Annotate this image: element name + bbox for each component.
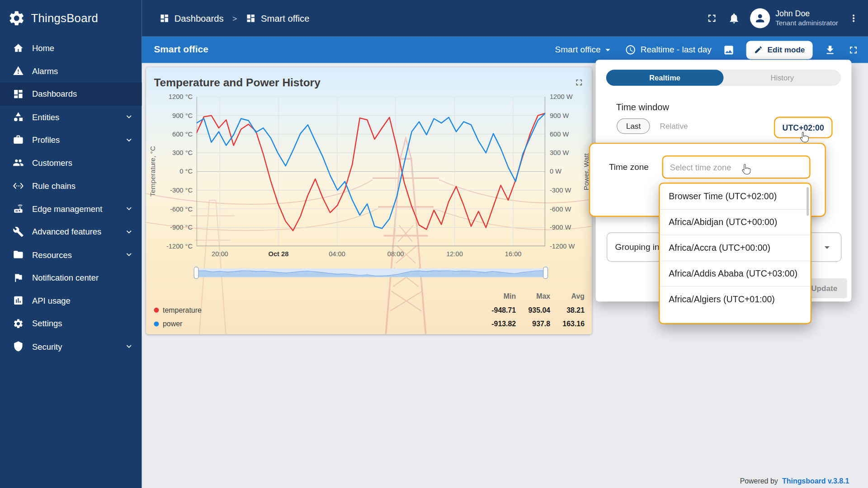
tab-realtime[interactable]: Realtime [606,70,724,86]
legend-stat-header: Max [516,292,550,300]
y-axis-tick: 300 °C [162,149,193,157]
sidebar-item-home[interactable]: Home [0,37,142,60]
y-axis-tick: -300 °C [162,186,193,194]
y-axis-tick: 600 °C [162,130,193,138]
sidebar-item-label: Entities [32,112,124,122]
y-axis-tick: -600 °C [162,205,193,213]
pencil-icon [754,45,763,54]
breadcrumb-smart-office[interactable]: Smart office [261,13,309,23]
logo[interactable]: ThingsBoard [0,0,142,37]
series-color-dot [154,308,159,313]
sidebar-item-security[interactable]: Security [0,335,142,358]
stat-max: 935.04 [516,306,550,314]
slider-preview-chart [198,268,544,277]
last-chip[interactable]: Last [617,118,650,134]
dashboard-toolbar: Smart office Smart office Realtime - las… [142,37,868,63]
stat-min: -948.71 [465,306,516,314]
legend-stat-header: Min [465,292,516,300]
x-axis: 20:00Oct 2804:0008:0012:0016:00 [197,250,545,259]
briefcase-icon [12,134,24,146]
folder-icon [12,249,24,261]
avatar [750,8,770,28]
scrollbar-thumb[interactable] [807,187,809,216]
timezone-option[interactable]: Africa/Abidjan (UTC+00:00) [660,209,811,235]
slider-handle-right[interactable] [543,267,548,279]
fullscreen-icon[interactable] [848,44,859,56]
sidebar-item-label: Dashboards [32,89,134,99]
slider-track[interactable] [198,268,544,277]
breadcrumb-separator: > [232,14,237,23]
flag-icon [12,272,24,284]
fullscreen-icon[interactable] [706,12,718,24]
timezone-option[interactable]: Africa/Accra (UTC+00:00) [660,235,811,260]
legend-series-power[interactable]: power [154,320,465,328]
user-menu[interactable]: John Doe Tenant administrator [750,8,838,28]
image-icon[interactable] [723,44,735,56]
sidebar-item-advanced-features[interactable]: Advanced features [0,220,142,243]
relative-chip[interactable]: Relative [660,118,688,134]
sidebar-item-profiles[interactable]: Profiles [0,128,142,151]
sidebar-item-rule-chains[interactable]: Rule chains [0,174,142,197]
sidebar-item-alarms[interactable]: Alarms [0,60,142,83]
sidebar-item-label: Rule chains [32,181,134,191]
download-icon[interactable] [824,44,836,56]
timezone-option[interactable]: Africa/Addis Ababa (UTC+03:00) [660,260,811,286]
stat-min: -913.82 [465,320,516,328]
y-axis-tick: -900 W [550,224,571,231]
sidebar-item-settings[interactable]: Settings [0,312,142,335]
sidebar-nav: HomeAlarmsDashboardsEntitiesProfilesCust… [0,37,142,358]
breadcrumb-dashboards[interactable]: Dashboards [175,13,224,23]
sidebar: ThingsBoard HomeAlarmsDashboardsEntities… [0,0,142,488]
y-axis-tick: 600 W [550,130,569,138]
dashboard-title: Smart office [154,44,208,55]
sidebar-item-api-usage[interactable]: API usage [0,289,142,312]
kebab-menu-icon[interactable] [848,13,859,23]
timezone-option[interactable]: Browser Time (UTC+02:00) [660,184,811,209]
time-range-slider[interactable] [194,267,548,279]
sidebar-item-notification-center[interactable]: Notification center [0,266,142,289]
y-axis-tick: -600 W [550,205,571,213]
series-color-dot [154,321,159,326]
timezone-button[interactable]: UTC+02:00 [774,117,833,138]
app-root: ThingsBoard HomeAlarmsDashboardsEntities… [0,0,868,488]
slider-handle-left[interactable] [194,267,199,279]
chart-widget: Temperature and Power History Temperatur… [146,67,592,334]
alarm-warning-icon [12,65,24,77]
timezone-option[interactable]: Africa/Algiers (UTC+01:00) [660,286,811,312]
timezone-dropdown: Browser Time (UTC+02:00)Africa/Abidjan (… [659,183,811,324]
tab-history[interactable]: History [723,70,841,86]
shield-icon [12,340,24,352]
legend-series-temperature[interactable]: temperature [154,306,465,314]
sidebar-item-entities[interactable]: Entities [0,105,142,128]
sidebar-item-customers[interactable]: Customers [0,151,142,174]
sidebar-item-resources[interactable]: Resources [0,243,142,266]
time-window-label: Time window [616,102,669,112]
stat-max: 937.8 [516,320,550,328]
dashboard-state-select[interactable]: Smart office [555,44,613,55]
user-info: John Doe Tenant administrator [775,8,838,28]
sidebar-item-label: Home [32,43,134,53]
stat-avg: 163.16 [550,320,585,328]
legend-row: temperature-948.71935.0438.21 [154,303,585,317]
notifications-bell-icon[interactable] [728,12,740,24]
toolbar-actions: Smart office Realtime - last day Edit mo… [555,41,859,59]
widget-expand-icon[interactable] [574,77,584,87]
sidebar-item-label: Security [32,342,124,351]
y-axis-tick: 1200 °C [162,93,193,101]
timewindow-button[interactable]: Realtime - last day [625,44,711,55]
timewindow-tabs: Realtime History [606,70,841,86]
y-axis-tick: 1200 W [550,93,573,101]
user-name: John Doe [775,8,838,19]
sidebar-item-edge-management[interactable]: Edge management [0,197,142,221]
edit-mode-button[interactable]: Edit mode [746,41,813,59]
dashboards-grid-icon [12,88,24,100]
sidebar-item-label: Profiles [32,135,124,145]
y-axis-tick: 900 °C [162,112,193,119]
thingsboard-version-link[interactable]: Thingsboard v.3.8.1 [782,477,849,485]
sidebar-item-dashboards[interactable]: Dashboards [0,82,142,105]
timezone-search-input[interactable] [662,155,810,178]
legend-header: MinMaxAvg [154,289,585,303]
chevron-down-icon [124,227,134,237]
wrench-icon [12,225,24,238]
chevron-down-icon [124,204,134,214]
